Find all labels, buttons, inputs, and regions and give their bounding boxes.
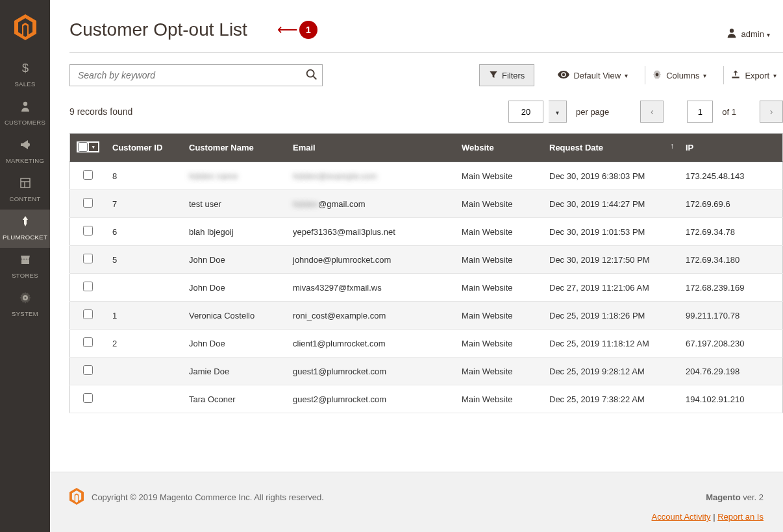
sidebar-item-label: SALES <box>14 80 35 88</box>
footer-copyright: Copyright © 2019 Magento Commerce Inc. A… <box>92 492 324 502</box>
cell-email: yepef31363@mail3plus.net <box>286 218 455 246</box>
filters-button[interactable]: Filters <box>479 64 534 86</box>
col-website[interactable]: Website <box>455 134 543 162</box>
table-row[interactable]: Tara Oconerguest2@plumrocket.comMain Web… <box>70 385 783 413</box>
cell-request-date: Dec 27, 2019 11:21:06 AM <box>543 274 679 302</box>
plumrocket-icon <box>0 215 50 230</box>
row-checkbox[interactable] <box>83 365 93 375</box>
default-view-dropdown[interactable]: Default View <box>551 66 634 84</box>
gear-icon <box>652 69 662 82</box>
export-dropdown[interactable]: Export <box>723 66 783 84</box>
table-row[interactable]: 2John Doeclient1@plumrocket.comMain Webs… <box>70 330 783 357</box>
sidebar-item-content[interactable]: CONTENT <box>0 171 50 210</box>
cell-ip: 99.211.170.78 <box>679 302 783 330</box>
cell-customer-name: Tara Oconer <box>182 385 286 413</box>
table-row[interactable]: 1Veronica Costelloroni_cost@example.comM… <box>70 302 783 330</box>
next-page-button[interactable]: › <box>760 101 783 123</box>
account-activity-link[interactable]: Account Activity <box>652 512 711 522</box>
page-size-dropdown[interactable] <box>549 101 567 123</box>
footer-version: ver. 2 <box>741 492 764 502</box>
prev-page-button[interactable]: ‹ <box>640 101 664 123</box>
col-request-date[interactable]: Request Date↑ <box>543 134 679 162</box>
sidebar-item-stores[interactable]: STORES <box>0 248 50 286</box>
row-checkbox[interactable] <box>83 226 93 236</box>
sidebar-item-label: PLUMROCKET <box>3 234 47 241</box>
sidebar-item-plumrocket[interactable]: PLUMROCKET <box>0 210 50 248</box>
cell-customer-id: 1 <box>106 302 182 330</box>
cell-customer-id: 7 <box>106 190 182 218</box>
cell-ip: 172.69.34.78 <box>679 218 783 246</box>
cell-website: Main Website <box>455 357 543 385</box>
megaphone-icon <box>0 138 50 153</box>
table-row[interactable]: 7test userhidden@gmail.comMain WebsiteDe… <box>70 190 783 218</box>
select-all-checkbox[interactable] <box>78 142 88 152</box>
col-customer-id[interactable]: Customer ID <box>106 134 182 162</box>
col-customer-name[interactable]: Customer Name <box>182 134 286 162</box>
cell-email: hidden@example.com <box>286 162 455 190</box>
cell-customer-name: blah lbjegoij <box>182 218 286 246</box>
row-checkbox[interactable] <box>83 282 93 291</box>
cell-customer-id: 2 <box>106 330 182 357</box>
cell-customer-name: John Doe <box>182 246 286 274</box>
search-input[interactable] <box>69 64 323 86</box>
col-date-label: Request Date <box>549 143 603 152</box>
admin-user-label: admin <box>741 29 764 39</box>
col-email[interactable]: Email <box>286 134 455 162</box>
cell-customer-name: Veronica Costello <box>182 302 286 330</box>
page-number-input[interactable] <box>687 101 713 123</box>
cell-website: Main Website <box>455 218 543 246</box>
row-checkbox[interactable] <box>83 309 93 319</box>
annotation-marker: ⟵ 1 <box>277 21 317 39</box>
cell-email: guest2@plumrocket.com <box>286 385 455 413</box>
table-row[interactable]: 5John Doejohndoe@plumrocket.comMain Webs… <box>70 246 783 274</box>
table-row[interactable]: 8hidden namehidden@example.comMain Websi… <box>70 162 783 190</box>
select-all-header[interactable]: ▾ <box>70 134 106 162</box>
sidebar-item-label: SYSTEM <box>12 310 38 317</box>
cell-request-date: Dec 25, 2019 7:38:22 AM <box>543 385 679 413</box>
cell-request-date: Dec 30, 2019 6:38:03 PM <box>543 162 679 190</box>
svg-point-1 <box>23 102 27 106</box>
page-title: Customer Opt-out List <box>69 19 247 40</box>
grid-header-row: ▾ Customer ID Customer Name Email Websit… <box>70 134 783 162</box>
sidebar-item-system[interactable]: SYSTEM <box>0 286 50 324</box>
table-row[interactable]: 6blah lbjegoijyepef31363@mail3plus.netMa… <box>70 218 783 246</box>
sidebar-item-label: CUSTOMERS <box>5 119 45 126</box>
table-row[interactable]: John Doemivas43297@fxmail.wsMain Website… <box>70 274 783 302</box>
sidebar-item-label: CONTENT <box>9 195 40 202</box>
row-checkbox[interactable] <box>83 170 93 180</box>
caret-down-icon[interactable]: ▾ <box>89 143 98 151</box>
caret-down-icon <box>703 72 706 79</box>
cell-website: Main Website <box>455 330 543 357</box>
row-checkbox[interactable] <box>83 254 93 263</box>
sidebar-item-sales[interactable]: $ SALES <box>0 56 50 95</box>
gear-icon <box>0 291 50 306</box>
row-checkbox[interactable] <box>83 198 93 208</box>
search-button[interactable] <box>304 67 319 84</box>
row-checkbox[interactable] <box>83 337 93 347</box>
report-issue-link[interactable]: Report an Is <box>717 512 764 522</box>
cell-website: Main Website <box>455 274 543 302</box>
magento-logo-icon[interactable] <box>14 14 36 42</box>
row-checkbox[interactable] <box>83 393 93 403</box>
cell-email: hidden@gmail.com <box>286 190 455 218</box>
user-icon <box>726 27 738 41</box>
cell-website: Main Website <box>455 162 543 190</box>
sidebar-item-customers[interactable]: CUSTOMERS <box>0 95 50 133</box>
admin-user-menu[interactable]: admin <box>726 27 770 41</box>
cell-request-date: Dec 30, 2019 12:17:50 PM <box>543 246 679 274</box>
columns-dropdown[interactable]: Columns <box>645 66 713 84</box>
magento-logo-icon <box>69 488 84 507</box>
col-ip[interactable]: IP <box>679 134 783 162</box>
sidebar-item-marketing[interactable]: MARKETING <box>0 133 50 171</box>
cell-customer-id <box>106 385 182 413</box>
cell-ip: 172.69.69.6 <box>679 190 783 218</box>
default-view-label: Default View <box>573 71 621 80</box>
table-row[interactable]: Jamie Doeguest1@plumrocket.comMain Websi… <box>70 357 783 385</box>
funnel-icon <box>489 70 498 81</box>
store-icon <box>0 253 50 268</box>
svg-point-6 <box>307 70 314 77</box>
svg-text:$: $ <box>21 62 28 75</box>
cell-customer-id: 8 <box>106 162 182 190</box>
page-size-input[interactable] <box>508 101 543 123</box>
cell-request-date: Dec 30, 2019 1:01:53 PM <box>543 218 679 246</box>
